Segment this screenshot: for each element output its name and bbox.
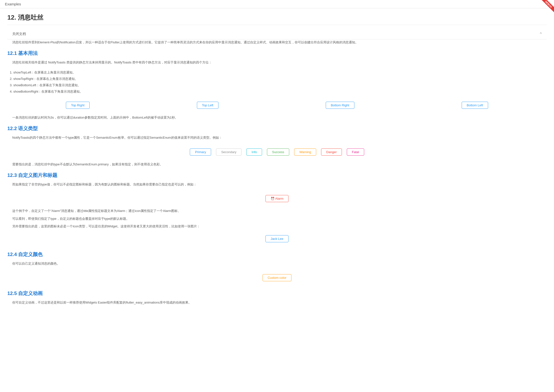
debug-corner: DEBUG — [539, 0, 554, 15]
alarm-button[interactable]: ⏰ Alarm — [265, 195, 289, 202]
basic-button-row: Top Right Top Left Bottom Right Bottom L… — [7, 98, 547, 113]
section-12-1-desc: 消息吐丝相关组件是通过 NotifyToasts 类提供的静态方法来掉用显示的。… — [7, 60, 547, 65]
primary-button[interactable]: Primary — [190, 148, 211, 156]
semantic-button-row: Primary Secondary Info Success Warning D… — [7, 145, 547, 159]
top-bar: Examples DEBUG — [0, 0, 554, 8]
section-12-5-desc: 你可自定义动画，不过这里还是和以前一样推荐使用Widgets Easier组件库… — [7, 300, 547, 305]
chevron-up-icon: ^ — [540, 32, 542, 36]
page-title: 12. 消息吐丝 — [7, 13, 547, 25]
list-item-1: 1. showTopLeft：在屏幕左上角显示消息通知。 — [10, 69, 547, 76]
section-12-4-title: 12.4 自定义颜色 — [7, 251, 547, 258]
list-items-basic: 1. showTopLeft：在屏幕左上角显示消息通知。 2. showTopR… — [7, 69, 547, 95]
section-12-1-title: 12.1 基本用法 — [7, 50, 547, 57]
app-container: Examples DEBUG 12. 消息吐丝 关闭文档 ^ 消息吐丝组件受到E… — [0, 0, 554, 392]
list-item-2: 2. showTopRight：在屏幕右上角显示消息通知。 — [10, 76, 547, 82]
top-right-button[interactable]: Top Right — [66, 102, 90, 109]
main-content: 12. 消息吐丝 关闭文档 ^ 消息吐丝组件受到Element-Plus的Not… — [0, 8, 554, 392]
section-12-1-note: 一条消息吐丝的默认时间为3s，你可以通过duration参数指定其时间。上面的示… — [7, 115, 547, 120]
secondary-button[interactable]: Secondary — [216, 148, 241, 156]
alarm-button-row: ⏰ Alarm — [7, 191, 547, 206]
danger-button[interactable]: Danger — [321, 148, 342, 156]
success-button[interactable]: Success — [267, 148, 289, 156]
section-12-3-desc: 而如果指定了非空的type值，你可以不必指定图标和标题，因为有默认的图标和标题。… — [7, 182, 547, 187]
alarm-icon: ⏰ — [271, 197, 275, 200]
alarm-note-2: 可以看到，即使我们指定了type，自定义的标题也会覆盖掉对应于type的默认标题… — [7, 216, 547, 221]
debug-badge: DEBUG — [540, 0, 554, 12]
section-12-2-desc: NotifyToasts的四个静态方法中都有一个type属性，它是一个Seman… — [7, 135, 547, 140]
section-12-3-title: 12.3 自定义图片和标题 — [7, 172, 547, 179]
top-left-button[interactable]: Top Left — [197, 102, 218, 109]
doc-close-section[interactable]: 关闭文档 ^ — [7, 29, 547, 39]
section-12-5-title: 12.5 自定义动画 — [7, 290, 547, 297]
list-item-3: 3. showBottomLeft：在屏幕左下角显示消息通知。 — [10, 82, 547, 88]
section-12-4-desc: 你可以自己定义通知消息的颜色。 — [7, 261, 547, 266]
alarm-note-1: 这个例子中，自定义了一个"Alarm"消息通知，通过title属性指定标题文本为… — [7, 208, 547, 214]
section-12-2-title: 12.2 语义类型 — [7, 125, 547, 132]
main-description: 消息吐丝组件受到Element-Plus的Notification启发，并以一种… — [7, 39, 547, 45]
jacklee-button-row: Jack Lee — [7, 231, 547, 246]
bottom-left-button[interactable]: Bottom Left — [462, 102, 488, 109]
jacklee-button[interactable]: Jack Lee — [265, 235, 289, 242]
doc-close-label: 关闭文档 — [12, 32, 26, 36]
app-title: Examples — [5, 2, 21, 6]
warning-button[interactable]: Warning — [294, 148, 316, 156]
custom-color-button-row: Custom color — [7, 270, 547, 285]
list-item-4: 4. showBottomRight：在屏幕右下角显示消息通知。 — [10, 88, 547, 95]
bottom-right-button[interactable]: Bottom Right — [326, 102, 354, 109]
info-button[interactable]: Info — [246, 148, 262, 156]
content-area: 12. 消息吐丝 关闭文档 ^ 消息吐丝组件受到Element-Plus的Not… — [0, 8, 554, 314]
custom-color-button[interactable]: Custom color — [263, 274, 292, 281]
alarm-label: Alarm — [275, 197, 283, 200]
section-12-2-note: 需要指出的是，消息吐丝中的type不会默认为SemanticEnum.prima… — [7, 161, 547, 167]
fatal-button[interactable]: Fatal — [347, 148, 364, 156]
alarm-note-3: 另外需要指出的是，这里的图标未必是一个Icon类型，可以是任意的Widget。这… — [7, 223, 547, 229]
